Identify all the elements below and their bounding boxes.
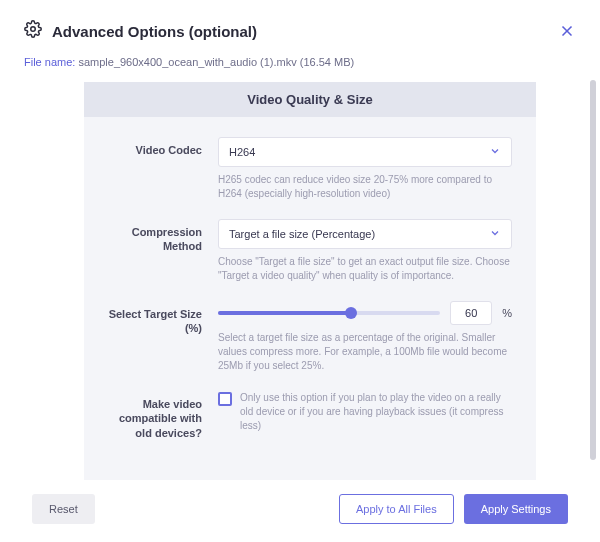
percent-symbol: % [502,307,512,319]
compression-method-help: Choose "Target a file size" to get an ex… [218,255,512,283]
chevron-down-icon [489,145,501,159]
chevron-down-icon [489,227,501,241]
close-button[interactable] [558,22,576,40]
file-info: File name: sample_960x400_ocean_with_aud… [24,56,576,68]
compression-method-row: Compression Method Target a file size (P… [108,219,512,283]
compat-row: Make video compatible with old devices? … [108,391,512,440]
apply-settings-button[interactable]: Apply Settings [464,494,568,524]
compression-method-select[interactable]: Target a file size (Percentage) [218,219,512,249]
modal-header: Advanced Options (optional) [24,20,576,42]
target-size-label: Select Target Size (%) [108,301,218,373]
video-codec-label: Video Codec [108,137,218,201]
slider-thumb[interactable] [345,307,357,319]
scrollbar[interactable] [590,80,596,460]
file-name-label: File name: [24,56,78,68]
target-size-input[interactable] [450,301,492,325]
target-size-help: Select a target file size as a percentag… [218,331,512,373]
modal-footer: Reset Apply to All Files Apply Settings [32,480,568,524]
video-codec-value: H264 [229,146,255,158]
compression-method-value: Target a file size (Percentage) [229,228,375,240]
video-codec-help: H265 codec can reduce video size 20-75% … [218,173,512,201]
modal-title: Advanced Options (optional) [52,23,257,40]
settings-panel: Video Quality & Size Video Codec H264 H2… [84,82,536,480]
apply-all-button[interactable]: Apply to All Files [339,494,454,524]
reset-button[interactable]: Reset [32,494,95,524]
gear-icon [24,20,42,42]
compat-help: Only use this option if you plan to play… [240,391,512,433]
panel-title: Video Quality & Size [84,82,536,117]
compat-label: Make video compatible with old devices? [108,391,218,440]
compression-method-label: Compression Method [108,219,218,283]
target-size-slider[interactable] [218,311,440,315]
video-codec-row: Video Codec H264 H265 codec can reduce v… [108,137,512,201]
svg-point-0 [31,27,36,32]
file-name-value: sample_960x400_ocean_with_audio (1).mkv … [78,56,354,68]
video-codec-select[interactable]: H264 [218,137,512,167]
compat-checkbox[interactable] [218,392,232,406]
target-size-row: Select Target Size (%) % Select a target… [108,301,512,373]
